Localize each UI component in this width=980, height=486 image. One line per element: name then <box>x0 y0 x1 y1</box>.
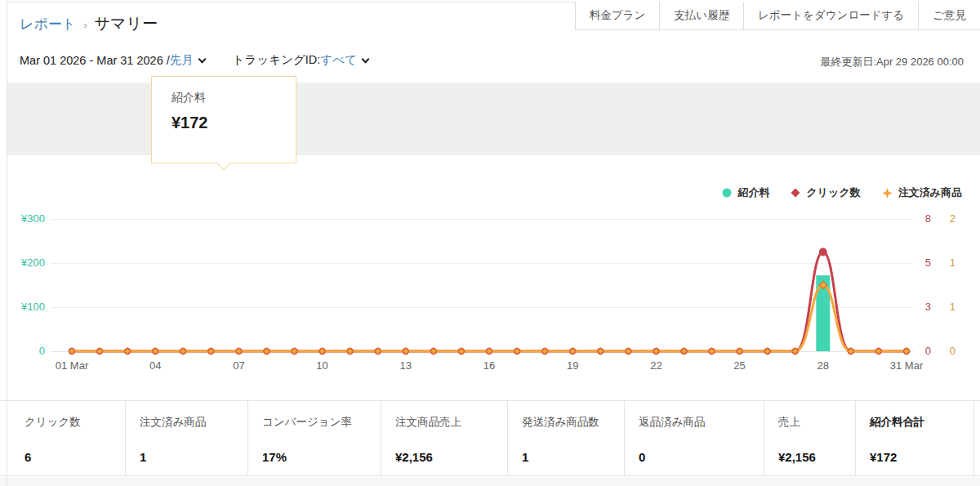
svg-text:¥100: ¥100 <box>20 301 45 313</box>
stat-value: ¥2,156 <box>381 450 433 464</box>
svg-text:¥300: ¥300 <box>20 212 45 225</box>
chart-legend: 紹介料 クリック数 注文済み商品 <box>722 185 962 200</box>
svg-text:31 Mar: 31 Mar <box>890 359 924 372</box>
circle-marker-icon <box>722 188 732 198</box>
stat-revenue: 売上 ¥2,156 <box>764 401 856 475</box>
legend-item-ordered-items: 注文済み商品 <box>882 185 962 200</box>
chevron-down-icon[interactable] <box>198 55 206 63</box>
filter-row: Mar 01 2026 - Mar 31 2026 / 先月 トラッキングID:… <box>20 52 368 68</box>
legend-label: 注文済み商品 <box>898 185 962 200</box>
stat-label: コンバージョン率 <box>248 401 381 430</box>
tracking-id-label: トラッキングID: <box>233 52 321 68</box>
svg-text:1: 1 <box>950 256 956 269</box>
header-button-bar: 料金プラン 支払い履歴 レポートをダウンロードする ご意見 <box>575 2 980 30</box>
svg-text:8: 8 <box>925 212 931 225</box>
svg-text:0: 0 <box>925 345 931 357</box>
star-marker-icon <box>882 188 893 198</box>
stat-shipped-items: 発送済み商品数 1 <box>508 401 625 475</box>
svg-text:19: 19 <box>567 359 578 372</box>
stat-value: 1 <box>126 450 146 464</box>
report-chart: ¥300¥200¥10008530211001 Mar0407101316192… <box>0 158 980 398</box>
download-report-button[interactable]: レポートをダウンロードする <box>743 2 918 29</box>
svg-text:04: 04 <box>149 359 161 372</box>
breadcrumb-reports-link[interactable]: レポート <box>20 15 76 33</box>
legend-label: クリック数 <box>806 185 860 200</box>
svg-text:28: 28 <box>817 359 829 372</box>
svg-text:3: 3 <box>925 301 931 313</box>
svg-text:2: 2 <box>950 212 956 225</box>
stat-label: 注文済み商品 <box>126 401 247 430</box>
legend-item-clicks: クリック数 <box>791 185 860 200</box>
stat-value: 6 <box>0 450 31 464</box>
date-range-text: Mar 01 2026 - Mar 31 2026 / <box>20 54 170 67</box>
tracking-id-dropdown[interactable]: すべて <box>320 52 357 68</box>
stat-label: クリック数 <box>0 401 125 430</box>
payment-history-button[interactable]: 支払い履歴 <box>659 2 743 29</box>
bottom-strip <box>0 477 980 486</box>
stat-label: 返品済み商品 <box>625 401 764 430</box>
svg-text:1: 1 <box>950 301 956 313</box>
stat-label: 売上 <box>764 401 855 430</box>
stat-conversion-rate: コンバージョン率 17% <box>248 401 381 475</box>
summary-stats-table: クリック数 6 注文済み商品 1 コンバージョン率 17% 注文商品売上 ¥2,… <box>0 400 980 476</box>
stat-ordered-revenue: 注文商品売上 ¥2,156 <box>381 401 508 475</box>
stat-label: 紹介料合計 <box>856 401 973 430</box>
stat-label: 発送済み商品数 <box>508 401 624 430</box>
tab-referral-fee-value: ¥172 <box>172 114 296 132</box>
svg-text:0: 0 <box>39 345 45 357</box>
date-preset-dropdown[interactable]: 先月 <box>170 52 194 68</box>
legend-label: 紹介料 <box>737 185 769 200</box>
tab-referral-fee-selected[interactable]: 紹介料 ¥172 <box>151 76 296 163</box>
fee-plan-button[interactable]: 料金プラン <box>575 2 659 29</box>
diamond-marker-icon <box>791 188 800 198</box>
breadcrumb: レポート › サマリー <box>20 13 158 34</box>
stat-ordered-items: 注文済み商品 1 <box>126 401 248 475</box>
stat-value: 0 <box>625 450 645 464</box>
svg-text:13: 13 <box>400 359 412 372</box>
svg-text:25: 25 <box>733 359 745 372</box>
feedback-button[interactable]: ご意見 <box>918 2 980 29</box>
associates-report-page: レポート › サマリー 料金プラン 支払い履歴 レポートをダウンロードする ご意… <box>0 0 980 486</box>
last-updated-text: 最終更新日:Apr 29 2026 00:00 <box>820 55 964 69</box>
svg-text:16: 16 <box>483 359 495 372</box>
page-title: サマリー <box>95 13 158 34</box>
svg-text:5: 5 <box>925 256 931 269</box>
svg-text:0: 0 <box>950 345 956 357</box>
stat-value: ¥2,156 <box>764 450 816 464</box>
stat-value: 1 <box>508 450 528 464</box>
svg-text:22: 22 <box>650 359 662 372</box>
tab-referral-fee-label: 紹介料 <box>172 91 296 105</box>
breadcrumb-separator: › <box>83 19 87 31</box>
stat-label: 注文商品売上 <box>381 401 507 430</box>
chevron-down-icon[interactable] <box>361 55 369 63</box>
legend-item-referral-fee: 紹介料 <box>722 185 769 200</box>
stat-value: 17% <box>248 450 287 464</box>
svg-text:01 Mar: 01 Mar <box>56 359 89 372</box>
stat-clicks: クリック数 6 <box>0 401 126 475</box>
stat-total-referral-fee: 紹介料合計 ¥172 <box>856 401 974 475</box>
stat-returned-items: 返品済み商品 0 <box>625 401 764 475</box>
svg-text:10: 10 <box>316 359 327 372</box>
svg-text:07: 07 <box>233 359 244 372</box>
svg-text:¥200: ¥200 <box>20 256 45 269</box>
stat-value: ¥172 <box>856 450 897 464</box>
